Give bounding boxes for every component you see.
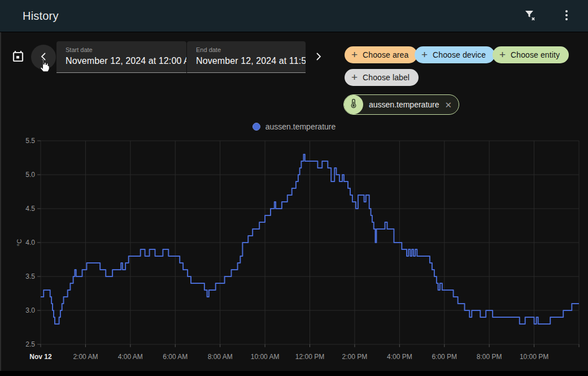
plus-icon: +: [351, 72, 358, 83]
legend-label: aussen.temperature: [265, 122, 336, 131]
svg-text:12:00 PM: 12:00 PM: [295, 353, 324, 361]
date-range-picker-button[interactable]: [7, 46, 29, 68]
start-date-field[interactable]: Start date November 12, 2024 at 12:00 AM: [56, 41, 186, 73]
svg-text:°C: °C: [16, 239, 23, 246]
svg-text:2:00 PM: 2:00 PM: [342, 353, 368, 361]
svg-text:8:00 AM: 8:00 AM: [208, 353, 233, 361]
end-date-label: End date: [196, 46, 297, 53]
app-bar-actions: [519, 0, 578, 32]
overflow-menu-button[interactable]: [555, 5, 578, 28]
choose-device-button[interactable]: + Choose device: [415, 46, 495, 63]
choose-area-button[interactable]: + Choose area: [345, 46, 417, 63]
svg-text:5.0: 5.0: [25, 171, 35, 179]
svg-text:Nov 12: Nov 12: [29, 353, 52, 361]
filter-remove-icon: [524, 8, 537, 24]
choose-label-button[interactable]: + Choose label: [345, 69, 419, 86]
svg-text:8:00 PM: 8:00 PM: [477, 353, 502, 361]
choose-label-label: Choose label: [363, 73, 410, 82]
start-date-label: Start date: [66, 46, 177, 53]
choose-device-label: Choose device: [433, 50, 486, 59]
selected-entity-chip[interactable]: aussen.temperature ✕: [343, 94, 459, 115]
app-bar: History: [0, 0, 588, 32]
chevron-left-icon: [39, 52, 48, 63]
entity-chip-label: aussen.temperature: [369, 100, 439, 109]
entity-avatar: [344, 95, 363, 114]
bottom-strip: [0, 371, 588, 376]
dots-vertical-icon: [560, 8, 573, 24]
previous-day-button[interactable]: [31, 45, 56, 70]
svg-text:2.5: 2.5: [25, 340, 35, 348]
svg-text:3.0: 3.0: [25, 306, 35, 314]
next-day-button[interactable]: [306, 45, 331, 70]
history-page: History: [0, 0, 588, 376]
plus-icon: +: [351, 49, 358, 60]
date-range-fields: Start date November 12, 2024 at 12:00 AM…: [56, 41, 306, 73]
svg-text:6:00 PM: 6:00 PM: [432, 353, 457, 361]
chevron-right-icon: [314, 52, 323, 63]
page-title: History: [23, 10, 59, 23]
svg-text:4.5: 4.5: [25, 205, 35, 213]
svg-text:10:00 AM: 10:00 AM: [251, 353, 280, 361]
start-date-value: November 12, 2024 at 12:00 AM: [66, 56, 177, 66]
choose-entity-button[interactable]: + Choose entity: [493, 46, 569, 63]
filter-remove-button[interactable]: [519, 5, 542, 28]
svg-text:4:00 PM: 4:00 PM: [387, 353, 412, 361]
svg-text:6:00 AM: 6:00 AM: [163, 353, 188, 361]
close-icon[interactable]: ✕: [444, 101, 454, 109]
thermometer-icon: [349, 98, 359, 111]
calendar-icon: [11, 50, 25, 65]
end-date-value: November 12, 2024 at 11:59 PM: [196, 56, 297, 66]
legend-marker: [252, 123, 260, 131]
history-chart[interactable]: 2.53.03.54.04.55.05.5Nov 122:00 AM4:00 A…: [0, 136, 588, 376]
svg-text:4.0: 4.0: [25, 239, 35, 247]
svg-text:3.5: 3.5: [25, 273, 35, 280]
svg-text:2:00 AM: 2:00 AM: [73, 353, 98, 361]
end-date-field[interactable]: End date November 12, 2024 at 11:59 PM: [187, 41, 306, 73]
plus-icon: +: [421, 49, 428, 60]
choose-area-label: Choose area: [363, 50, 408, 59]
choose-entity-label: Choose entity: [511, 50, 560, 59]
svg-text:5.5: 5.5: [25, 137, 35, 145]
plus-icon: +: [499, 49, 506, 60]
svg-text:4:00 AM: 4:00 AM: [118, 353, 143, 361]
svg-text:10:00 PM: 10:00 PM: [520, 353, 548, 361]
chart-legend[interactable]: aussen.temperature: [0, 122, 588, 131]
